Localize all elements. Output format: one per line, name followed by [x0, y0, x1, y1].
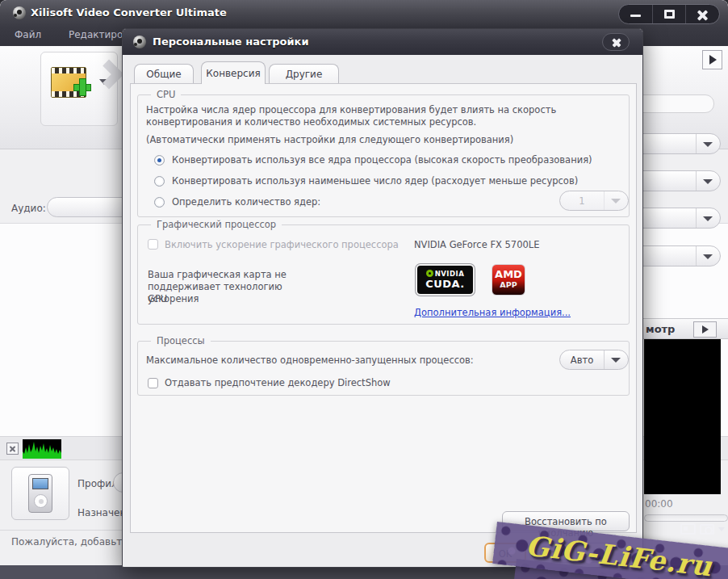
waveform-thumbnail [23, 439, 61, 459]
gpu-group: Графический процессор Включить ускорение… [137, 224, 630, 325]
dropdown-arrow-zone [696, 134, 720, 153]
max-processes-label: Максимальное количество одновременно-зап… [146, 355, 474, 367]
preview-screen [644, 339, 721, 494]
dropdown-arrow-zone [604, 191, 628, 210]
directshow-checkbox-label: Отдавать предпочтение декодеру DirectSho… [165, 377, 391, 389]
radio-all-cores[interactable]: Конвертировать используя все ядра процес… [154, 154, 592, 166]
processes-group-legend: Процессы [151, 335, 211, 346]
plus-icon [73, 78, 90, 94]
tab-other[interactable]: Другие [269, 64, 339, 84]
ipod-screen [32, 478, 48, 489]
app-badge-text: APP [492, 280, 525, 289]
status-text: Пожалуйста, добавьте ф [11, 536, 140, 548]
close-button[interactable] [686, 5, 719, 23]
cpu-group: CPU Настройка числа ядер процессора для … [137, 94, 630, 217]
radio-label: Конвертировать используя все ядра процес… [172, 154, 592, 166]
conversion-tab-page: CPU Настройка числа ядер процессора для … [130, 83, 637, 533]
preview-title: мотр [646, 323, 675, 335]
preview-time: 00:00 [645, 498, 673, 510]
amd-badge-text: AMD [492, 268, 525, 280]
dropdown-arrow-zone [696, 171, 720, 191]
gpu-group-legend: Графический процессор [151, 219, 282, 230]
ipod-icon [28, 474, 52, 513]
radio-custom-cores[interactable]: Определить количество ядер: [154, 196, 320, 208]
maximize-icon [664, 10, 675, 19]
radio-selected-icon [154, 155, 165, 166]
close-icon [697, 9, 709, 21]
dialog-logo-icon [133, 36, 146, 48]
audio-label: Аудио: [11, 203, 46, 214]
directshow-checkbox[interactable] [148, 378, 158, 388]
cuda-badge-text: CUDA. [417, 278, 473, 290]
amd-app-badge: AMD APP [492, 264, 525, 296]
cores-count-dropdown[interactable]: 1 [559, 191, 629, 211]
gpu-card-name: NVIDIA GeForce FX 5700LE [414, 239, 539, 251]
radio-min-cores[interactable]: Конвертировать используя наименьшее числ… [154, 175, 578, 187]
preview-play-button[interactable] [693, 321, 717, 338]
preview-header: мотр [643, 318, 728, 339]
tab-general[interactable]: Общие [134, 64, 194, 84]
minimize-button[interactable] [619, 5, 653, 23]
radio-label: Определить количество ядер: [172, 196, 320, 208]
radio-label: Конвертировать используя наименьшее числ… [172, 175, 578, 187]
play-icon [702, 325, 709, 334]
gpu-warning-line: Ваша графическая карта не [148, 269, 333, 281]
dialog-titlebar[interactable]: Персональные настройки [123, 29, 642, 55]
nvidia-cuda-badge: NVIDIA CUDA. [416, 264, 475, 296]
gpu-acceleration-checkbox[interactable] [148, 239, 158, 250]
app-title: Xilisoft Video Converter Ultimate [31, 6, 227, 19]
camera-icon [700, 524, 714, 535]
gpu-checkbox-label: Включить ускорение графического процессо… [165, 239, 399, 250]
chevron-down-icon [703, 254, 713, 259]
screenshot-icon [680, 523, 696, 535]
radio-icon [154, 176, 165, 187]
chevron-down-icon [718, 527, 725, 531]
radio-icon [154, 197, 165, 208]
chevron-down-icon [703, 179, 713, 184]
menu-file[interactable]: Файл [15, 29, 41, 40]
dropdown-arrow-zone [696, 246, 720, 266]
nvidia-logo-icon [426, 270, 433, 277]
panel-expand-button[interactable] [702, 50, 722, 69]
watermark-icons [680, 523, 725, 535]
max-processes-value: Авто [560, 355, 604, 366]
close-icon [612, 38, 621, 48]
arrow-right-icon [709, 55, 717, 65]
dialog-title: Персональные настройки [153, 36, 309, 48]
chevron-down-icon [611, 358, 621, 363]
settings-dialog: Персональные настройки Общие Конверсия Д… [122, 28, 643, 568]
maximize-button[interactable] [653, 5, 687, 23]
app-window: Xilisoft Video Converter Ultimate Файл Р… [0, 0, 728, 579]
nvidia-badge-text: NVIDIA [435, 270, 465, 278]
gpu-warning-line: GPU [148, 293, 333, 305]
tab-conversion[interactable]: Конверсия [201, 61, 266, 84]
dropdown-arrow-zone [604, 350, 628, 369]
chevron-down-icon [703, 142, 713, 147]
cpu-description: Настройка числа ядер процессора для конв… [146, 104, 624, 128]
chevron-down-icon [703, 216, 713, 221]
seek-slider[interactable] [644, 514, 728, 522]
menu-edit[interactable]: Редактиро [69, 29, 123, 40]
cpu-auto-note: (Автоматически применять настройки для с… [146, 134, 513, 146]
ipod-wheel [34, 494, 48, 508]
more-info-link[interactable]: Дополнительная информация... [414, 307, 571, 318]
waveform-close-button[interactable] [6, 443, 19, 455]
cpu-group-legend: CPU [151, 89, 181, 100]
window-controls [618, 4, 720, 24]
divider [0, 530, 122, 531]
minimize-icon [630, 15, 641, 17]
dialog-close-button[interactable] [602, 33, 630, 51]
cores-count-value: 1 [560, 195, 604, 207]
dropdown-arrow-zone [696, 208, 720, 228]
processes-group: Процессы Максимальное количество одновре… [137, 341, 630, 396]
app-logo-icon [13, 6, 26, 19]
device-profile-button[interactable] [11, 467, 69, 520]
max-processes-dropdown[interactable]: Авто [559, 350, 629, 370]
chevron-down-icon [611, 199, 621, 203]
